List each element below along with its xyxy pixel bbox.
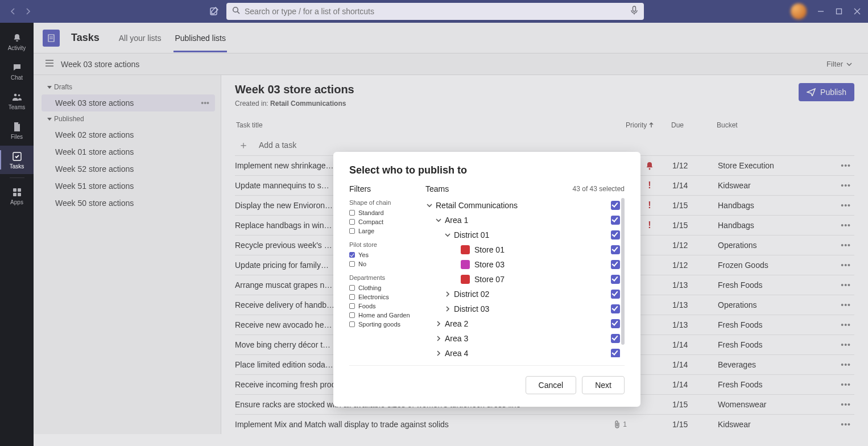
tree-row[interactable]: Area 3 xyxy=(425,331,620,346)
tree-row[interactable]: District 02 xyxy=(425,287,620,302)
team-avatar-icon xyxy=(461,245,470,254)
chevron-right-icon[interactable] xyxy=(435,321,443,327)
rail-label: Teams xyxy=(9,104,25,110)
filter-option[interactable]: Yes xyxy=(349,250,412,259)
svg-rect-7 xyxy=(18,188,21,192)
modal-filters: Filters Shape of chainStandardCompactLar… xyxy=(349,184,412,357)
tree-checkbox[interactable] xyxy=(611,290,620,299)
tree-row[interactable]: District 03 xyxy=(425,302,620,316)
rail-label: Apps xyxy=(10,199,23,205)
tree-checkbox[interactable] xyxy=(611,216,620,225)
rail-label: Chat xyxy=(11,75,23,81)
tree-checkbox[interactable] xyxy=(611,334,620,343)
chevron-down-icon[interactable] xyxy=(435,217,443,223)
tree-checkbox[interactable] xyxy=(611,349,620,357)
tree-label: District 02 xyxy=(454,290,611,299)
checkbox-icon xyxy=(349,294,355,300)
forward-icon[interactable] xyxy=(24,7,32,15)
people-icon xyxy=(11,92,23,103)
tree-checkbox[interactable] xyxy=(611,275,620,284)
filter-option[interactable]: Large xyxy=(349,226,412,236)
tree-row[interactable]: Area 2 xyxy=(425,316,620,331)
chevron-right-icon[interactable] xyxy=(444,306,452,312)
tasks-icon xyxy=(11,151,23,162)
chevron-down-icon[interactable] xyxy=(444,232,452,238)
tree-label: Store 07 xyxy=(474,275,611,284)
app-rail: Activity Chat Teams Files Tasks Apps xyxy=(0,23,34,446)
svg-rect-9 xyxy=(18,193,21,196)
tree-row[interactable]: Store 07 xyxy=(425,272,620,287)
checkbox-icon xyxy=(349,321,355,327)
chevron-right-icon[interactable] xyxy=(435,350,443,356)
tree-row[interactable]: Retail Communications xyxy=(425,198,620,213)
compose-icon[interactable] xyxy=(207,4,222,19)
filter-category: Departments xyxy=(349,274,412,281)
search-box[interactable] xyxy=(226,3,644,20)
rail-label: Files xyxy=(11,134,23,140)
teams-selected-count: 43 of 43 selected xyxy=(573,185,625,193)
tree-label: District 03 xyxy=(454,304,611,313)
svg-rect-3 xyxy=(837,9,842,14)
rail-chat[interactable]: Chat xyxy=(0,57,34,85)
checkbox-icon xyxy=(349,285,355,291)
rail-separator xyxy=(10,177,24,178)
search-input[interactable] xyxy=(245,7,626,16)
publish-modal: Select who to publish to Filters Shape o… xyxy=(333,152,640,407)
rail-activity[interactable]: Activity xyxy=(0,27,34,56)
svg-rect-2 xyxy=(633,6,636,11)
close-icon[interactable] xyxy=(853,7,861,15)
filter-option[interactable]: Sporting goods xyxy=(349,320,412,329)
tree-label: Area 2 xyxy=(445,319,611,328)
back-icon[interactable] xyxy=(9,7,17,15)
checkbox-icon xyxy=(349,219,355,225)
rail-tasks[interactable]: Tasks xyxy=(0,146,34,174)
next-button[interactable]: Next xyxy=(582,376,625,394)
tree-row[interactable]: Store 01 xyxy=(425,242,620,257)
svg-rect-8 xyxy=(13,193,16,196)
tree-row[interactable]: Area 4 xyxy=(425,346,620,357)
apps-icon xyxy=(11,187,23,198)
filter-option[interactable]: Clothing xyxy=(349,283,412,292)
tree-checkbox[interactable] xyxy=(611,201,620,210)
tree-label: Store 03 xyxy=(474,260,611,269)
rail-files[interactable]: Files xyxy=(0,116,34,144)
modal-teams: Teams 43 of 43 selected Retail Communica… xyxy=(425,184,625,357)
svg-point-5 xyxy=(18,94,20,96)
svg-rect-6 xyxy=(13,188,16,192)
chevron-down-icon[interactable] xyxy=(425,203,433,208)
tree-checkbox[interactable] xyxy=(611,260,620,269)
cancel-button[interactable]: Cancel xyxy=(526,376,577,394)
tree-label: Area 4 xyxy=(445,349,611,357)
checkbox-icon xyxy=(349,261,355,267)
maximize-icon[interactable] xyxy=(835,7,843,15)
rail-apps[interactable]: Apps xyxy=(0,181,34,210)
tree-row[interactable]: Store 03 xyxy=(425,257,620,272)
rail-teams[interactable]: Teams xyxy=(0,86,34,115)
chevron-right-icon[interactable] xyxy=(435,336,443,341)
filter-option[interactable]: Home and Garden xyxy=(349,311,412,320)
checkbox-icon xyxy=(349,210,355,216)
mic-icon[interactable] xyxy=(630,6,638,17)
modal-title: Select who to publish to xyxy=(349,164,625,176)
chevron-right-icon[interactable] xyxy=(444,291,452,297)
tree-checkbox[interactable] xyxy=(611,230,620,239)
tree-row[interactable]: District 01 xyxy=(425,228,620,242)
avatar[interactable] xyxy=(791,3,807,19)
tree-checkbox[interactable] xyxy=(611,319,620,328)
minimize-icon[interactable] xyxy=(817,7,825,15)
filter-option[interactable]: Standard xyxy=(349,208,412,217)
tree-row[interactable]: Area 1 xyxy=(425,213,620,228)
filter-option[interactable]: Compact xyxy=(349,217,412,226)
tree-checkbox[interactable] xyxy=(611,245,620,254)
tree-label: Area 1 xyxy=(445,216,611,225)
teams-tree: Retail CommunicationsArea 1District 01St… xyxy=(425,198,625,357)
checkbox-icon xyxy=(349,252,355,258)
filters-heading: Filters xyxy=(349,184,412,193)
filter-option[interactable]: Electronics xyxy=(349,292,412,302)
checkbox-icon xyxy=(349,303,355,309)
filter-option[interactable]: Foods xyxy=(349,302,412,311)
tree-checkbox[interactable] xyxy=(611,304,620,313)
filter-option[interactable]: No xyxy=(349,259,412,269)
tree-label: Store 01 xyxy=(474,245,611,254)
tree-scrollbar[interactable] xyxy=(621,198,625,357)
